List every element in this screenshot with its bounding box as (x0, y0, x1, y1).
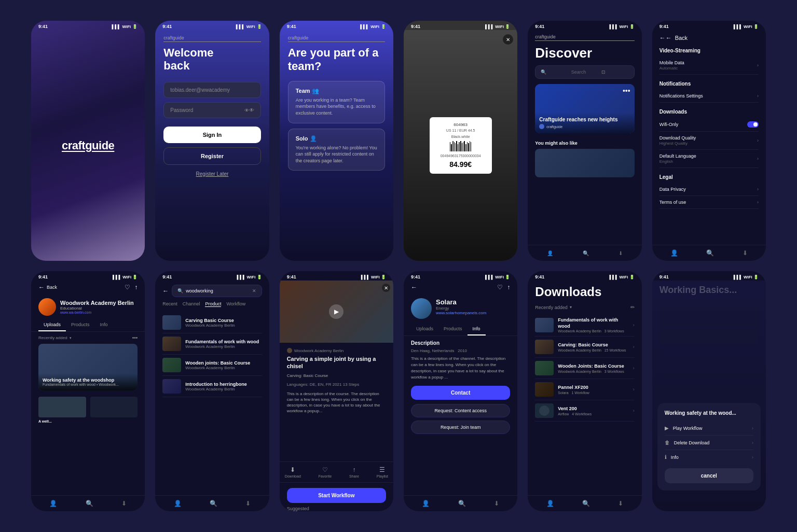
cancel-button[interactable]: cancel (665, 468, 753, 483)
terms-item[interactable]: Terms of use › (659, 196, 759, 209)
favorite-label: Favorite (319, 474, 332, 478)
nav-search-icon[interactable]: 🔍 (210, 500, 217, 507)
more-options-icon[interactable]: ••• (132, 335, 138, 341)
result-item[interactable]: Carving Basic Course Woodwork Academy Be… (162, 312, 262, 333)
nav-search-icon[interactable]: 🔍 (582, 500, 590, 507)
small-video-1[interactable]: A well... (38, 397, 86, 423)
download-action[interactable]: ⬇ Download (285, 466, 301, 478)
filter-channel[interactable]: Channel (183, 301, 200, 307)
team-option-card[interactable]: Team 👥 Are you working in a team? Team m… (288, 81, 385, 123)
terms-label: Terms of use (659, 200, 686, 205)
close-video-icon[interactable]: ✕ (382, 284, 390, 292)
trash-icon: 🗑 (665, 440, 670, 445)
tab-info[interactable]: Info (468, 323, 486, 335)
eye-icon[interactable]: 👁 (244, 107, 254, 113)
solo-option-card[interactable]: Solo 👤 You're working alone? No problem!… (288, 129, 385, 171)
delete-download-item[interactable]: 🗑 Delete Download › (665, 436, 753, 450)
more-options-icon[interactable]: ••• (623, 86, 630, 95)
nav-download-icon[interactable]: ⬇ (494, 500, 499, 507)
nav-user-icon[interactable]: 👤 (422, 500, 430, 507)
discover-search[interactable]: 🔍 Search ⊡ (535, 65, 634, 79)
might-like-card[interactable] (535, 149, 634, 177)
tab-uploads[interactable]: Uploads (38, 319, 66, 331)
share-action[interactable]: ↑ Share (349, 466, 359, 478)
back-arrow-icon[interactable]: ← (38, 284, 45, 291)
tab-info[interactable]: Info (95, 319, 113, 331)
nav-download-icon[interactable]: ⬇ (121, 500, 127, 507)
nav-download-icon[interactable] (619, 249, 623, 257)
download-item-2[interactable]: Carving: Basic Course Woodwork Academy B… (535, 337, 634, 358)
contact-button[interactable]: Contact (411, 386, 510, 400)
info-item[interactable]: ℹ Info › (665, 450, 753, 464)
favorite-action[interactable]: ♡ Favorite (319, 466, 332, 478)
dropdown-icon[interactable]: ▾ (570, 305, 572, 310)
password-field[interactable]: Password 👁 (163, 102, 260, 118)
email-field[interactable]: tobias.deer@wwacademy (163, 82, 260, 98)
wifi-only-toggle[interactable] (747, 121, 759, 128)
play-workflow-item[interactable]: ▶ Play Workflow › (665, 421, 753, 436)
clear-search-icon[interactable]: ✕ (252, 288, 256, 293)
filter-workflow[interactable]: Workflow (226, 301, 245, 307)
register-button[interactable]: Register (163, 147, 260, 165)
nav-search-icon[interactable]: 🔍 (86, 500, 93, 507)
back-arrow-icon[interactable]: ← (411, 284, 417, 291)
edit-icon[interactable]: ✏ (630, 304, 635, 310)
nav-user-icon[interactable]: 👤 (670, 249, 678, 257)
download-quality-item[interactable]: Download Quality Highest Quality › (659, 132, 759, 150)
heart-icon[interactable]: ♡ (125, 284, 130, 291)
bottom-nav-7: 👤 🔍 ⬇ (31, 495, 145, 511)
back-arrow-icon[interactable]: ← (659, 34, 672, 41)
download-item-1[interactable]: Fundamentals of work with wood Woodwork … (535, 314, 634, 337)
mobile-data-item[interactable]: Mobile Data Automatic › (659, 57, 759, 75)
nav-search-icon[interactable]: 🔍 (458, 500, 466, 507)
small-video-2[interactable] (90, 397, 138, 423)
tab-products[interactable]: Products (66, 319, 95, 331)
search-input[interactable]: 🔍 woodworking ✕ (172, 285, 262, 297)
register-later-link[interactable]: Register Later (163, 171, 260, 177)
featured-card[interactable]: ••• Craftguide reaches new heights craft… (535, 84, 634, 133)
start-workflow-button[interactable]: Start Workflow (287, 488, 386, 503)
result-item[interactable]: Wooden joints: Basic Course Woodwork Aca… (162, 355, 262, 376)
download-item-4[interactable]: Pannel XF200 Solara 1 Workflow › (535, 379, 634, 400)
nav-download-icon[interactable]: ⬇ (618, 500, 623, 507)
video-player[interactable]: ✕ ▶ (280, 281, 393, 343)
data-privacy-item[interactable]: Data Privacy › (659, 183, 759, 196)
channel-top: Solara Energy www.solarhomepanels.com (404, 294, 517, 323)
nav-user-icon[interactable]: 👤 (49, 500, 57, 507)
nav-user-icon[interactable]: 👤 (174, 500, 182, 507)
small-title: A well... (38, 419, 86, 423)
channel-website[interactable]: www.solarhomepanels.com (436, 311, 486, 315)
nav-user-icon[interactable] (547, 249, 553, 257)
wifi-only-item[interactable]: Wifi-Only (659, 118, 759, 132)
share-icon[interactable]: ↑ (134, 284, 138, 291)
default-language-item[interactable]: Default Language English › (659, 150, 759, 168)
download-item-5[interactable]: Vent 200 Airflow 4 Workflows › (535, 400, 634, 422)
download-item-3[interactable]: Wooden Joints: Basic Course Woodwork Aca… (535, 358, 634, 379)
request-team-button[interactable]: Request: Join team (411, 421, 510, 434)
download-thumbnail (535, 382, 554, 397)
result-channel: Woodwork Academy Berlin (185, 323, 262, 328)
email-value: tobias.deer@wwacademy (170, 87, 230, 93)
nav-download-icon[interactable]: ⬇ (245, 500, 251, 507)
nav-download-icon[interactable]: ⬇ (743, 249, 748, 257)
filter-product[interactable]: Product (205, 301, 221, 307)
filter-recent[interactable]: Recent (162, 301, 177, 307)
nav-search-icon[interactable]: 🔍 (706, 249, 714, 257)
video-card-large[interactable]: Working safety at the woodshop Fundament… (38, 344, 138, 390)
dropdown-arrow-icon[interactable]: ▾ (70, 336, 72, 340)
channel-url[interactable]: www.wa-berlin.com (60, 311, 134, 314)
sign-in-button[interactable]: Sign In (163, 127, 260, 143)
nav-search-icon[interactable] (583, 249, 589, 257)
tab-products[interactable]: Products (438, 323, 468, 335)
back-icon[interactable]: ← (162, 287, 169, 295)
tab-uploads[interactable]: Uploads (411, 323, 438, 335)
nav-user-icon[interactable]: 👤 (546, 500, 554, 507)
playlist-action[interactable]: ☰ Playlist (377, 466, 388, 478)
share-icon[interactable]: ↑ (507, 284, 510, 291)
heart-icon[interactable]: ♡ (497, 284, 503, 291)
result-item[interactable]: Fundamentals of work with wood Woodwork … (162, 333, 262, 355)
result-item[interactable]: Introduction to herringbone Woodwork Aca… (162, 376, 262, 397)
close-button[interactable]: ✕ (503, 34, 513, 45)
request-content-button[interactable]: Request: Content access (411, 404, 510, 417)
notifications-settings-item[interactable]: Notifications Settings › (659, 90, 759, 103)
